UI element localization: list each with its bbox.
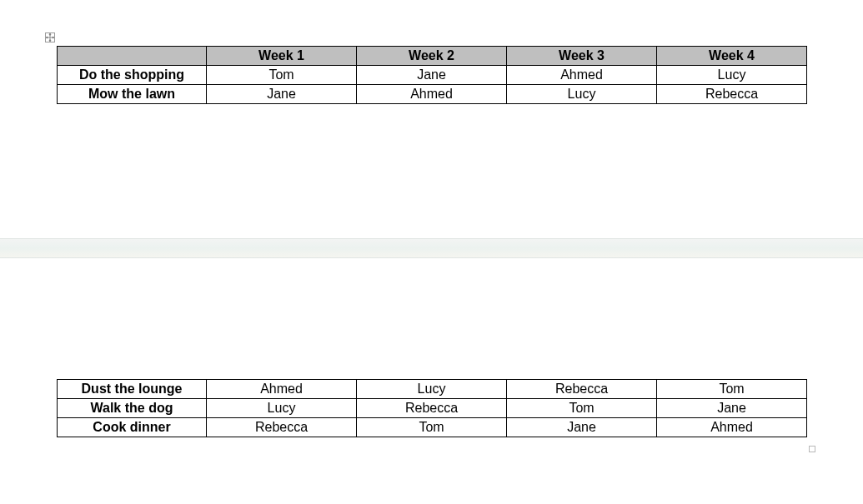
table-cell[interactable]: Tom [357,418,507,437]
table-cell[interactable]: Jane [207,85,357,104]
table-row[interactable]: Do the shopping Tom Jane Ahmed Lucy [58,66,807,85]
table-cell[interactable]: Lucy [357,380,507,399]
table-cell[interactable]: Tom [207,66,357,85]
table-cell[interactable]: Ahmed [657,418,807,437]
table-cell[interactable]: Ahmed [207,380,357,399]
table-cell[interactable]: Rebecca [357,399,507,418]
row-label[interactable]: Do the shopping [58,66,207,85]
header-cell-blank[interactable] [58,47,207,66]
chores-table-top[interactable]: Week 1 Week 2 Week 3 Week 4 Do the shopp… [57,46,807,104]
table-cell[interactable]: Tom [507,399,657,418]
table-cell[interactable]: Lucy [657,66,807,85]
table-row[interactable]: Mow the lawn Jane Ahmed Lucy Rebecca [58,85,807,104]
row-label[interactable]: Walk the dog [58,399,207,418]
header-cell-week1[interactable]: Week 1 [207,47,357,66]
table-resize-handle-icon[interactable] [809,446,815,452]
table-row[interactable]: Dust the lounge Ahmed Lucy Rebecca Tom [58,380,807,399]
table-cell[interactable]: Rebecca [507,380,657,399]
row-label[interactable]: Dust the lounge [58,380,207,399]
table-cell[interactable]: Rebecca [207,418,357,437]
header-cell-week2[interactable]: Week 2 [357,47,507,66]
header-cell-week4[interactable]: Week 4 [657,47,807,66]
table-cell[interactable]: Lucy [207,399,357,418]
table-move-handle-icon[interactable] [45,32,55,42]
table-row[interactable]: Cook dinner Rebecca Tom Jane Ahmed [58,418,807,437]
row-label[interactable]: Cook dinner [58,418,207,437]
table-cell[interactable]: Rebecca [657,85,807,104]
table-cell[interactable]: Jane [507,418,657,437]
table-cell[interactable]: Lucy [507,85,657,104]
page-break-divider [0,238,863,258]
table-row[interactable]: Walk the dog Lucy Rebecca Tom Jane [58,399,807,418]
table-cell[interactable]: Jane [657,399,807,418]
header-cell-week3[interactable]: Week 3 [507,47,657,66]
row-label[interactable]: Mow the lawn [58,85,207,104]
table-cell[interactable]: Ahmed [507,66,657,85]
chores-table-bottom[interactable]: Dust the lounge Ahmed Lucy Rebecca Tom W… [57,379,807,437]
table-cell[interactable]: Jane [357,66,507,85]
table-header-row[interactable]: Week 1 Week 2 Week 3 Week 4 [58,47,807,66]
table-cell[interactable]: Tom [657,380,807,399]
table-cell[interactable]: Ahmed [357,85,507,104]
